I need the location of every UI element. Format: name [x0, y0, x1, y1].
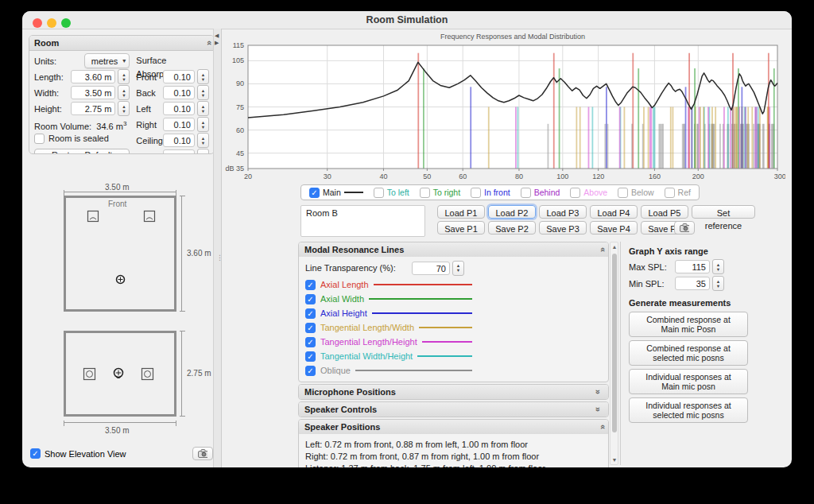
dimension-input[interactable]: 3.60 m — [71, 70, 115, 83]
resonance-line-sample — [417, 355, 472, 357]
load-p2-button[interactable]: Load P2 — [488, 205, 536, 219]
dimension-stepper[interactable]: ▲▼ — [118, 101, 130, 116]
resonance-checkbox[interactable]: ✓ — [305, 308, 316, 319]
absorption-input[interactable]: 0.10 — [163, 70, 195, 83]
resonance-checkbox[interactable]: ✓ — [305, 280, 316, 290]
listener-icon[interactable] — [114, 273, 126, 285]
absorption-label: Right — [136, 120, 163, 130]
expand-right-icon[interactable]: ▶ — [215, 40, 219, 45]
min-spl-input[interactable]: 35 — [675, 277, 710, 290]
legend-label: In front — [484, 188, 510, 197]
x-axis-tick-label: 160 — [649, 173, 661, 180]
y-axis-range-title: Graph Y axis range — [629, 246, 784, 256]
combined-response-at-main-mic-posn-button[interactable]: Combined response atMain mic Posn — [629, 312, 748, 337]
dimension-input[interactable]: 2.75 m — [71, 102, 115, 115]
plan-room-outline — [64, 196, 176, 312]
show-elevation-checkbox[interactable]: ✓ — [30, 448, 41, 459]
load-button-row: Load P1Load P2Load P3Load P4Load P5Set r… — [437, 205, 755, 219]
app-window: Room Simulation Room « Units: metres ▾ L… — [22, 11, 792, 467]
absorption-stepper[interactable]: ▲▼ — [197, 85, 209, 100]
absorption-stepper[interactable]: ▲▼ — [197, 149, 209, 154]
legend-checkbox[interactable] — [420, 188, 430, 198]
resonance-row-tangential-width-height: ✓Tangential Width/Height — [299, 349, 479, 363]
plan-depth-dimension: 3.60 m — [187, 249, 211, 258]
dimension-input[interactable]: 3.50 m — [71, 86, 115, 99]
absorption-stepper[interactable]: ▲▼ — [197, 117, 209, 132]
resonance-label: Oblique — [320, 366, 351, 375]
x-axis-tick-label: 80 — [515, 173, 523, 180]
save-p4-button[interactable]: Save P4 — [590, 221, 638, 235]
dimension-stepper[interactable]: ▲▼ — [118, 85, 130, 100]
min-spl-stepper[interactable]: ▲▼ — [712, 276, 724, 291]
max-spl-label: Max SPL: — [629, 262, 675, 272]
pane-splitter[interactable]: ◀ ▶ ⋮ — [213, 29, 222, 467]
elevation-listener-icon[interactable] — [112, 366, 125, 382]
load-p1-button[interactable]: Load P1 — [437, 205, 485, 219]
resonance-row-axial-length: ✓Axial Length — [299, 277, 479, 292]
absorption-input[interactable]: 0.10 — [163, 118, 195, 131]
absorption-stepper[interactable]: ▲▼ — [197, 133, 209, 148]
load-p3-button[interactable]: Load P3 — [539, 205, 587, 219]
legend-checkbox[interactable] — [570, 188, 580, 198]
x-axis-tick-label: 40 — [379, 173, 387, 180]
absorption-row: Floor0.10▲▼ — [136, 149, 209, 154]
microphone-positions-header[interactable]: Microphone Positions « — [299, 385, 608, 399]
absorption-input[interactable]: 0.10 — [163, 134, 195, 147]
room-sealed-checkbox[interactable] — [34, 134, 45, 144]
units-select[interactable]: metres ▾ — [84, 53, 130, 68]
legend-checkbox[interactable] — [665, 188, 675, 198]
individual-responses-at-selected-mic-posns-button[interactable]: Individual responses atselected mic posn… — [629, 397, 748, 423]
legend-label: To left — [387, 188, 409, 197]
middle-scrollbar[interactable]: ▲ ▼ — [610, 242, 618, 465]
absorption-stepper[interactable]: ▲▼ — [197, 101, 209, 116]
legend-checkbox[interactable] — [521, 188, 531, 198]
elevation-right-speaker-icon[interactable] — [141, 367, 154, 381]
scrollbar-thumb[interactable] — [612, 254, 617, 432]
individual-responses-at-main-mic-posn-button[interactable]: Individual responses atMain mic posn — [629, 369, 748, 394]
splitter-grip-icon: ⋮ — [216, 256, 223, 259]
legend-checkbox[interactable] — [374, 188, 384, 198]
resonance-checkbox[interactable]: ✓ — [305, 294, 316, 304]
room-panel: Room « Units: metres ▾ Length:3.60 m▲▼Wi… — [29, 35, 215, 154]
speaker-controls-header[interactable]: Speaker Controls « — [299, 402, 608, 417]
resonance-checkbox[interactable]: ✓ — [305, 323, 316, 333]
transparency-input[interactable]: 70 — [412, 262, 450, 275]
scroll-down-icon[interactable]: ▼ — [611, 457, 618, 463]
room-panel-header[interactable]: Room « — [29, 36, 214, 51]
legend-checkbox[interactable] — [471, 188, 481, 198]
absorption-input[interactable]: 0.10 — [163, 86, 195, 99]
left-speaker-icon[interactable] — [87, 210, 99, 223]
elevation-left-speaker-icon[interactable] — [83, 367, 96, 381]
save-p3-button[interactable]: Save P3 — [539, 221, 587, 235]
resonance-checkbox[interactable]: ✓ — [305, 337, 316, 347]
snapshot-room-button[interactable] — [192, 447, 213, 460]
resonance-checkbox[interactable]: ✓ — [305, 366, 316, 376]
load-p4-button[interactable]: Load P4 — [590, 205, 638, 219]
plan-width-dim-line — [64, 192, 176, 192]
legend-checkbox[interactable]: ✓ — [309, 188, 320, 198]
legend-checkbox[interactable] — [618, 188, 628, 198]
scroll-up-icon[interactable]: ▲ — [611, 244, 618, 250]
absorption-input[interactable]: 0.10 — [163, 149, 195, 154]
set-reference-button[interactable]: Set reference — [692, 205, 755, 219]
speaker-positions-header[interactable]: Speaker Positions « — [299, 420, 608, 434]
combined-response-at-selected-mic-posns-button[interactable]: Combined response atselected mic posns — [629, 340, 748, 366]
camera-icon — [680, 223, 689, 232]
dimension-stepper[interactable]: ▲▼ — [118, 69, 130, 84]
save-p2-button[interactable]: Save P2 — [488, 221, 536, 235]
transparency-stepper[interactable]: ▲▼ — [452, 261, 464, 276]
save-p1-button[interactable]: Save P1 — [437, 221, 485, 235]
max-spl-stepper[interactable]: ▲▼ — [712, 259, 724, 274]
absorption-input[interactable]: 0.10 — [163, 102, 195, 115]
snapshot-graph-button[interactable] — [674, 221, 695, 235]
collapse-left-icon[interactable]: ◀ — [215, 33, 219, 38]
right-speaker-icon[interactable] — [143, 210, 156, 223]
max-spl-input[interactable]: 115 — [675, 260, 710, 273]
absorption-stepper[interactable]: ▲▼ — [197, 69, 209, 84]
dimension-label: Height: — [34, 104, 71, 114]
restore-defaults-button[interactable]: Restore Default Settings — [34, 149, 130, 154]
resonance-checkbox[interactable]: ✓ — [305, 351, 316, 362]
preset-name-input[interactable]: Room B — [300, 205, 425, 237]
load-p5-button[interactable]: Load P5 — [641, 205, 688, 219]
modal-resonance-header[interactable]: Modal Resonance Lines « — [299, 242, 608, 257]
